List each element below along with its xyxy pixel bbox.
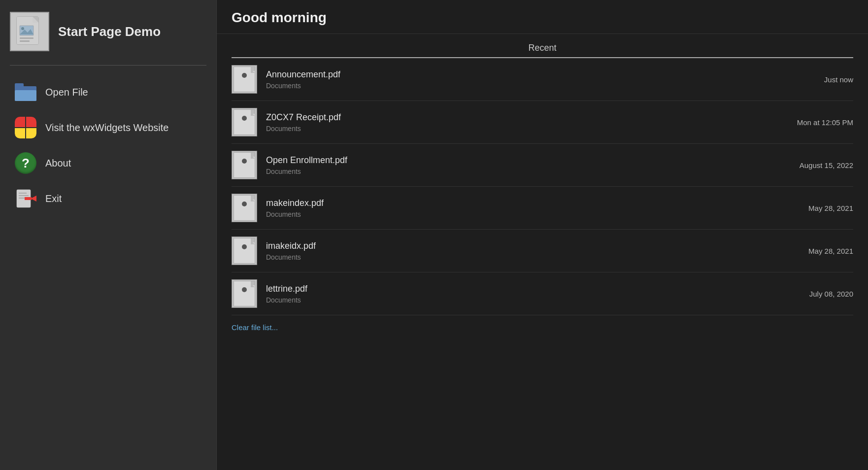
file-name: Z0CX7 Receipt.pdf	[266, 112, 787, 123]
greeting: Good morning	[217, 0, 868, 34]
file-name: lettrine.pdf	[266, 284, 800, 294]
file-thumbnail	[232, 151, 257, 179]
content-area: Recent Announcement.pdf Documents Just n…	[217, 34, 868, 470]
file-item[interactable]: lettrine.pdf Documents July 08, 2020	[232, 272, 853, 315]
clear-list-button[interactable]: Clear file list...	[232, 315, 278, 339]
exit-item[interactable]: Exit	[10, 182, 206, 215]
file-thumbnail	[232, 279, 257, 308]
svg-rect-11	[19, 193, 27, 194]
about-label: About	[45, 158, 71, 169]
sidebar: Start Page Demo Open File Visit the wxWi…	[0, 0, 217, 470]
exit-icon	[14, 187, 37, 210]
recent-header: Recent	[232, 34, 853, 58]
file-location: Documents	[266, 125, 787, 133]
file-item[interactable]: Open Enrollment.pdf Documents August 15,…	[232, 144, 853, 187]
about-icon: ?	[14, 151, 37, 175]
wxwidgets-item[interactable]: Visit the wxWidgets Website	[10, 111, 206, 144]
file-info: Open Enrollment.pdf Documents	[266, 155, 790, 175]
file-date: August 15, 2022	[790, 161, 853, 169]
file-info: Z0CX7 Receipt.pdf Documents	[266, 112, 787, 133]
file-location: Documents	[266, 253, 799, 261]
app-icon	[10, 12, 49, 51]
file-item[interactable]: Announcement.pdf Documents Just now	[232, 58, 853, 101]
folder-icon	[14, 80, 37, 104]
svg-rect-15	[25, 197, 32, 200]
file-item[interactable]: Z0CX7 Receipt.pdf Documents Mon at 12:05…	[232, 101, 853, 144]
file-location: Documents	[266, 82, 814, 90]
divider	[10, 65, 206, 66]
file-info: Announcement.pdf Documents	[266, 69, 814, 90]
svg-rect-13	[19, 198, 26, 199]
file-date: Mon at 12:05 PM	[787, 118, 853, 127]
app-header: Start Page Demo	[10, 12, 206, 51]
wxwidgets-label: Visit the wxWidgets Website	[45, 122, 168, 134]
svg-rect-8	[20, 40, 30, 42]
app-title: Start Page Demo	[58, 24, 161, 39]
about-item[interactable]: ? About	[10, 146, 206, 180]
svg-rect-12	[19, 195, 29, 196]
file-name: Open Enrollment.pdf	[266, 155, 790, 166]
file-date: July 08, 2020	[800, 290, 853, 298]
open-file-label: Open File	[45, 87, 88, 98]
main-panel: Good morning Recent Announcement.pdf Doc…	[217, 0, 868, 470]
file-location: Documents	[266, 296, 800, 304]
file-thumbnail	[232, 236, 257, 265]
file-thumbnail	[232, 65, 257, 94]
file-date: May 28, 2021	[799, 204, 853, 212]
file-date: May 28, 2021	[799, 247, 853, 255]
file-name: makeindex.pdf	[266, 198, 799, 208]
file-list: Announcement.pdf Documents Just now Z0CX…	[232, 58, 853, 315]
file-thumbnail	[232, 108, 257, 136]
file-location: Documents	[266, 168, 790, 175]
file-info: lettrine.pdf Documents	[266, 284, 800, 304]
file-info: imakeidx.pdf Documents	[266, 241, 799, 261]
file-item[interactable]: makeindex.pdf Documents May 28, 2021	[232, 187, 853, 230]
file-info: makeindex.pdf Documents	[266, 198, 799, 218]
file-name: imakeidx.pdf	[266, 241, 799, 251]
exit-label: Exit	[45, 193, 62, 204]
file-date: Just now	[814, 75, 853, 84]
file-location: Documents	[266, 210, 799, 218]
file-thumbnail	[232, 194, 257, 222]
svg-rect-7	[20, 37, 33, 39]
wxwidgets-icon	[14, 116, 37, 139]
file-name: Announcement.pdf	[266, 69, 814, 80]
open-file-item[interactable]: Open File	[10, 75, 206, 109]
file-item[interactable]: imakeidx.pdf Documents May 28, 2021	[232, 230, 853, 272]
svg-point-5	[21, 27, 24, 30]
